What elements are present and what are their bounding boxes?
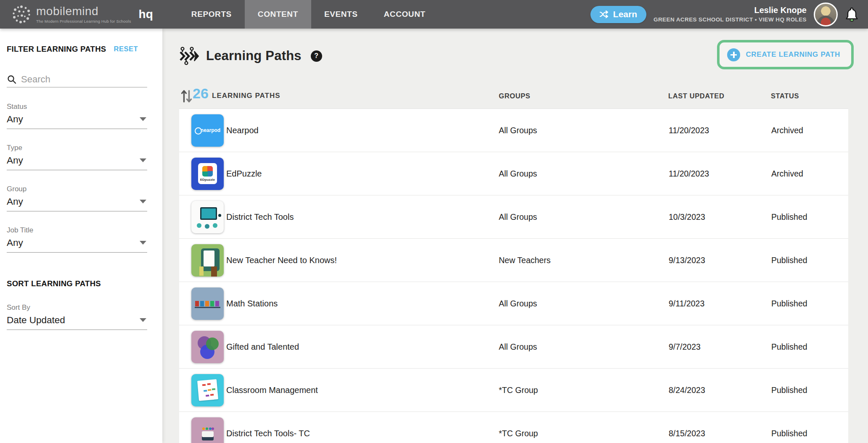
- logo-tagline: The Modern Professional Learning Hub for…: [36, 19, 131, 24]
- learning-path-row[interactable]: Classroom Management *TC Group 8/24/2023…: [179, 369, 848, 412]
- filter-label: Type: [7, 144, 147, 152]
- user-menu[interactable]: Leslie Knope GREEN ACRES SCHOOL DISTRICT…: [654, 5, 807, 23]
- help-icon[interactable]: ?: [311, 50, 322, 62]
- learning-path-group: All Groups: [499, 342, 537, 352]
- filter-select[interactable]: Job Title Any: [7, 226, 147, 253]
- create-learning-path-label: CREATE LEARNING PATH: [746, 50, 840, 59]
- chevron-down-icon: [140, 158, 146, 162]
- learning-path-group: All Groups: [499, 169, 537, 179]
- learning-path-title[interactable]: Gifted and Talented: [226, 342, 299, 352]
- notifications-bell-icon[interactable]: [845, 7, 859, 22]
- filter-select[interactable]: Status Any: [7, 103, 147, 129]
- learning-path-group: *TC Group: [499, 385, 538, 395]
- learn-button[interactable]: Learn: [590, 6, 646, 23]
- learning-path-row[interactable]: EDpuzzle EdPuzzle All Groups 11/20/2023 …: [179, 152, 848, 195]
- logo-text-block: mobilemind The Modern Professional Learn…: [36, 5, 131, 24]
- learning-path-status: Published: [771, 256, 807, 265]
- learning-path-thumbnail: [191, 331, 224, 363]
- learning-path-thumbnail: [191, 201, 224, 233]
- page-header: Learning Paths ?: [179, 46, 322, 66]
- learning-path-status: Published: [771, 429, 807, 438]
- logo-name: mobilemind: [36, 5, 131, 17]
- learning-path-row[interactable]: Gifted and Talented All Groups 9/7/2023 …: [179, 325, 848, 369]
- column-header[interactable]: LAST UPDATED: [668, 92, 724, 100]
- shuffle-icon: [600, 10, 609, 18]
- learning-path-thumbnail: [191, 374, 224, 406]
- learning-path-group: New Teachers: [499, 256, 550, 265]
- column-header[interactable]: GROUPS: [499, 92, 530, 100]
- learning-path-last-updated: 11/20/2023: [669, 126, 709, 135]
- chevron-down-icon: [140, 200, 146, 203]
- learning-path-last-updated: 9/11/2023: [669, 299, 704, 309]
- learning-path-row[interactable]: District Tech Tools All Groups 10/3/2023…: [179, 195, 848, 239]
- filter-selected-value: Any: [7, 114, 147, 125]
- sort-by-select[interactable]: Sort By Date Updated: [7, 303, 147, 330]
- mobilemind-logo[interactable]: mobilemind The Modern Professional Learn…: [0, 5, 153, 24]
- nav-tab[interactable]: REPORTS: [178, 0, 245, 29]
- learning-path-group: All Groups: [499, 126, 537, 135]
- learning-path-status: Published: [771, 385, 807, 395]
- learning-path-row[interactable]: nearpod Nearpod All Groups 11/20/2023 Ar…: [179, 109, 848, 152]
- avatar[interactable]: [814, 3, 838, 26]
- mobilemind-brain-icon: [12, 5, 31, 24]
- learn-button-label: Learn: [613, 9, 637, 19]
- learning-path-last-updated: 11/20/2023: [669, 169, 709, 179]
- learning-path-status: Published: [771, 342, 807, 352]
- list-header: 26 LEARNING PATHS GROUPS LAST UPDATED ST…: [179, 84, 848, 108]
- sort-heading: SORT LEARNING PATHS: [7, 279, 101, 288]
- user-district-roles[interactable]: GREEN ACRES SCHOOL DISTRICT • VIEW HQ RO…: [654, 16, 807, 23]
- thumbnail-text: nearpod: [191, 127, 224, 133]
- navbar-right: Learn Leslie Knope GREEN ACRES SCHOOL DI…: [590, 3, 868, 26]
- filter-sidebar: FILTER LEARNING PATHS RESET Status Any T…: [0, 29, 162, 443]
- learning-path-group: All Groups: [499, 212, 537, 222]
- thumbnail-text: EDpuzzle: [191, 178, 224, 182]
- filter-selected-value: Any: [7, 196, 147, 207]
- filter-label: Group: [7, 185, 147, 193]
- learning-path-thumbnail: EDpuzzle: [191, 158, 224, 190]
- create-learning-path-button[interactable]: CREATE LEARNING PATH: [717, 40, 854, 69]
- nav-tab[interactable]: CONTENT: [245, 0, 311, 29]
- learning-path-thumbnail: [191, 244, 224, 277]
- filter-label: Job Title: [7, 226, 147, 235]
- column-headers: GROUPS LAST UPDATED STATUS: [179, 84, 848, 108]
- page-title: Learning Paths: [206, 48, 302, 63]
- learning-path-title[interactable]: EdPuzzle: [226, 169, 262, 179]
- main-content: Learning Paths ? CREATE LEARNING PATH 26…: [162, 29, 868, 443]
- learning-path-last-updated: 8/24/2023: [669, 385, 705, 395]
- column-header[interactable]: STATUS: [771, 92, 799, 100]
- chevron-down-icon: [140, 117, 146, 121]
- learning-paths-table: nearpod Nearpod All Groups 11/20/2023 Ar…: [179, 108, 848, 443]
- filter-select[interactable]: Group Any: [7, 185, 147, 211]
- learning-path-title[interactable]: Classroom Management: [226, 385, 318, 395]
- learning-path-row[interactable]: District Tech Tools- TC *TC Group 8/15/2…: [179, 412, 848, 443]
- learning-path-thumbnail: nearpod: [191, 114, 224, 147]
- learning-path-thumbnail: [191, 417, 224, 443]
- learning-path-title[interactable]: District Tech Tools- TC: [226, 429, 310, 438]
- learning-path-title[interactable]: Nearpod: [226, 126, 259, 135]
- sort-by-label: Sort By: [7, 303, 147, 312]
- thumbnail-text: [200, 345, 214, 359]
- learning-paths-icon: [179, 46, 199, 66]
- learning-path-title[interactable]: New Teacher Need to Knows!: [226, 256, 337, 265]
- nav-tab[interactable]: ACCOUNT: [371, 0, 439, 29]
- nav-tab[interactable]: EVENTS: [311, 0, 371, 29]
- learning-path-row[interactable]: New Teacher Need to Knows! New Teachers …: [179, 239, 848, 282]
- filter-select[interactable]: Type Any: [7, 144, 147, 170]
- user-name: Leslie Knope: [654, 5, 807, 15]
- learning-path-last-updated: 9/13/2023: [669, 256, 705, 265]
- learning-path-status: Published: [771, 212, 807, 222]
- learning-path-thumbnail: [191, 287, 224, 320]
- filter-label: Status: [7, 103, 147, 111]
- learning-path-status: Published: [771, 299, 807, 309]
- logo-hq-suffix: hq: [139, 8, 153, 21]
- learning-path-title[interactable]: District Tech Tools: [226, 212, 294, 222]
- learning-path-last-updated: 8/15/2023: [669, 429, 705, 438]
- filter-selected-value: Any: [7, 155, 147, 166]
- learning-path-title[interactable]: Math Stations: [226, 299, 278, 309]
- top-navbar: mobilemind The Modern Professional Learn…: [0, 0, 868, 29]
- learning-path-group: All Groups: [499, 299, 537, 309]
- learning-path-last-updated: 9/7/2023: [669, 342, 701, 352]
- learning-path-row[interactable]: Math Stations All Groups 9/11/2023 Publi…: [179, 282, 848, 325]
- learning-path-status: Archived: [771, 126, 803, 135]
- learning-path-status: Archived: [771, 169, 803, 179]
